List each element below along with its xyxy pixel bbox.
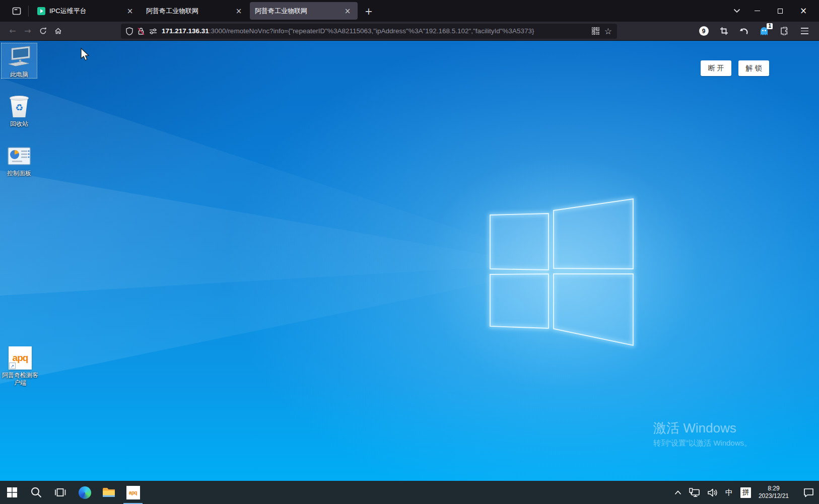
- disconnect-button[interactable]: 断开: [701, 60, 731, 76]
- tab-title: IPC运维平台: [49, 7, 121, 16]
- windows-logo: [484, 192, 640, 353]
- blocked-count-badge: 9: [699, 26, 709, 36]
- edge-browser-button[interactable]: [73, 481, 97, 504]
- toolbar-extensions-area: 9 1: [697, 25, 814, 38]
- bookmark-star-icon[interactable]: ☆: [604, 26, 612, 36]
- desktop-icon-recycle-bin[interactable]: ♻ 回收站: [1, 92, 37, 128]
- list-all-tabs-chevron-icon[interactable]: [728, 4, 745, 18]
- ime-mode-indicator[interactable]: 拼: [740, 487, 751, 498]
- mouse-cursor: [80, 48, 91, 62]
- icon-label: 控制面板: [7, 170, 31, 177]
- folder-icon: [102, 487, 115, 498]
- window-close-button[interactable]: ×: [792, 3, 815, 20]
- url-text[interactable]: 171.217.136.31:3000/remoteNoVnc?info={"r…: [162, 27, 592, 35]
- desktop-icon-this-pc[interactable]: 此电脑: [1, 43, 37, 79]
- task-view-button[interactable]: [48, 481, 73, 504]
- play-favicon-icon: [37, 7, 45, 15]
- tab-close-icon[interactable]: ×: [125, 6, 135, 16]
- this-pc-icon: [7, 45, 31, 69]
- desktop-icon-control-panel[interactable]: 控制面板: [1, 143, 37, 177]
- control-panel-icon: [7, 146, 31, 168]
- taskbar-search-button[interactable]: [24, 481, 48, 504]
- url-path: :3000/remoteNoVnc?info={"repeaterID"%3A8…: [209, 27, 534, 35]
- new-tab-button[interactable]: +: [361, 4, 376, 19]
- apq-app-icon: apq ↗: [9, 346, 32, 370]
- close-icon: ×: [800, 7, 807, 15]
- minimize-icon: [755, 11, 760, 12]
- tab-ipc-ops[interactable]: IPC运维平台 ×: [32, 2, 140, 20]
- wallpaper-beam: [0, 41, 819, 504]
- volume-icon[interactable]: [708, 488, 718, 497]
- wallpaper-beam: [0, 41, 819, 504]
- wallpaper-beam: [0, 41, 819, 504]
- reload-button[interactable]: [35, 24, 50, 38]
- maximize-icon: [778, 9, 783, 14]
- icon-label: 阿普奇检测客户端: [2, 372, 38, 387]
- tab-title: 阿普奇工业物联网: [146, 7, 230, 16]
- activate-windows-watermark: 激活 Windows 转到“设置”以激活 Windows。: [653, 419, 752, 448]
- action-center-icon[interactable]: [803, 488, 814, 497]
- desktop-icon-apq-client[interactable]: apq ↗ 阿普奇检测客户端: [2, 344, 38, 387]
- ghost-extension-badge: 1: [767, 23, 773, 29]
- tab-apq-iot-1[interactable]: 阿普奇工业物联网 ×: [141, 2, 249, 20]
- ghost-extension-icon[interactable]: 1: [758, 25, 771, 38]
- clock-time: 8:29: [759, 485, 789, 492]
- browser-tab-bar: IPC运维平台 × 阿普奇工业物联网 × 阿普奇工业物联网 × + ×: [0, 0, 819, 22]
- home-button[interactable]: [50, 24, 65, 38]
- tab-close-icon[interactable]: ×: [343, 6, 353, 16]
- permissions-icon[interactable]: [149, 28, 157, 34]
- window-maximize-button[interactable]: [769, 3, 792, 20]
- url-host: 171.217.136.31: [162, 27, 209, 35]
- menu-hamburger-icon[interactable]: [798, 25, 811, 38]
- undo-arrow-icon[interactable]: [737, 25, 750, 38]
- system-tray: 中 拼 8:29 2023/12/21: [674, 481, 819, 504]
- tab-apq-iot-2-active[interactable]: 阿普奇工业物联网 ×: [250, 2, 358, 20]
- windows-taskbar: apq 中 拼 8:29 2023/12/21: [0, 481, 819, 504]
- ime-language-indicator[interactable]: 中: [725, 488, 733, 497]
- icon-label: 此电脑: [10, 71, 28, 79]
- back-button[interactable]: ←: [5, 24, 20, 38]
- recycle-bin-icon: ♻: [8, 94, 30, 118]
- firefox-view-icon[interactable]: [8, 4, 25, 19]
- icon-label: 回收站: [10, 120, 28, 128]
- apq-app-icon: apq: [126, 486, 140, 499]
- tab-title: 阿普奇工业物联网: [255, 7, 338, 16]
- extensions-puzzle-icon[interactable]: [778, 25, 791, 38]
- unlock-button[interactable]: 解锁: [738, 60, 769, 76]
- insecure-lock-icon[interactable]: [138, 27, 145, 35]
- screenshot-crop-icon[interactable]: [717, 25, 730, 38]
- browser-toolbar: ← → 171.217.136.31:3000/remoteNoVnc?info…: [0, 22, 819, 41]
- shortcut-arrow-icon: ↗: [9, 363, 16, 369]
- tab-close-icon[interactable]: ×: [234, 6, 244, 16]
- vnc-remote-desktop[interactable]: 此电脑 ♻ 回收站 控制面板 apq ↗ 阿普奇检测客户端 断开 解锁: [0, 41, 819, 504]
- apq-client-taskbar-button[interactable]: apq: [121, 481, 145, 504]
- qr-code-icon[interactable]: [592, 27, 599, 35]
- forward-button[interactable]: →: [20, 24, 35, 38]
- network-icon[interactable]: [689, 488, 700, 497]
- start-button[interactable]: [0, 481, 24, 504]
- show-hidden-icons-chevron[interactable]: [674, 490, 681, 495]
- blocker-extension-icon[interactable]: 9: [697, 25, 710, 38]
- window-minimize-button[interactable]: [745, 3, 769, 20]
- file-explorer-button[interactable]: [97, 481, 121, 504]
- taskbar-clock[interactable]: 8:29 2023/12/21: [759, 485, 789, 500]
- tab-separator: [28, 6, 29, 17]
- clock-date: 2023/12/21: [759, 492, 789, 500]
- edge-icon: [79, 486, 91, 499]
- tracking-shield-icon[interactable]: [126, 27, 133, 35]
- url-bar[interactable]: 171.217.136.31:3000/remoteNoVnc?info={"r…: [121, 24, 617, 39]
